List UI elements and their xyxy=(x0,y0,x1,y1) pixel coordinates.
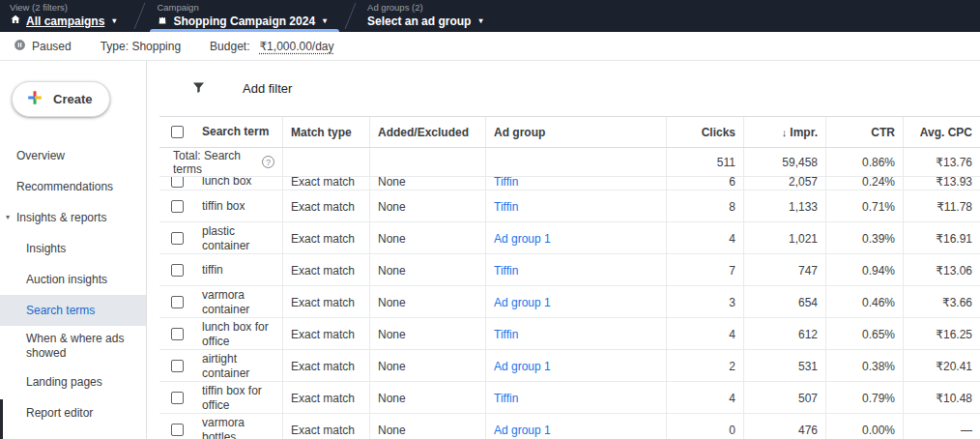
ad-group-link[interactable]: Tiffin xyxy=(494,392,518,405)
chevron-down-icon[interactable]: ▾ xyxy=(323,17,327,25)
breadcrumb-all-campaigns[interactable]: View (2 filters) All campaigns ▾ xyxy=(0,0,131,32)
row-checkbox-cell xyxy=(159,254,194,286)
col-ad-group[interactable]: Ad group xyxy=(486,117,667,147)
col-impressions[interactable]: ↓ Impr. xyxy=(744,117,826,147)
sidebar-item-insights[interactable]: Insights xyxy=(0,233,146,264)
table-row-inner: lunch box for officeExact matchNoneTiffi… xyxy=(159,318,980,350)
breadcrumb: View (2 filters) All campaigns ▾ Campaig… xyxy=(0,0,980,32)
match-type-cell: Exact match xyxy=(283,286,370,318)
create-button[interactable]: Create xyxy=(12,81,110,117)
ad-group-link[interactable]: Tiffin xyxy=(494,264,518,278)
ad-group-cell: Tiffin xyxy=(486,190,667,222)
chevron-down-icon[interactable]: ▾ xyxy=(112,17,116,25)
row-checkbox[interactable] xyxy=(171,177,184,188)
chevron-down-icon[interactable]: ▾ xyxy=(478,17,482,25)
breadcrumb-ad-group[interactable]: Ad groups (2) Select an ad group ▾ xyxy=(358,0,498,32)
total-empty-cell xyxy=(283,148,370,176)
table-row: lunch boxExact matchNoneTiffin62,0570.24… xyxy=(159,177,980,190)
row-checkbox-cell xyxy=(159,414,194,439)
impressions-cell: 1,021 xyxy=(744,222,826,254)
budget-value[interactable]: ₹1,000.00/day xyxy=(259,40,333,53)
ctr-cell: 0.71% xyxy=(826,190,904,222)
ad-group-link[interactable]: Tiffin xyxy=(494,200,518,214)
sidebar-item-insights-reports[interactable]: ▾Insights & reports xyxy=(0,202,146,233)
added-excluded-cell: None xyxy=(370,190,486,222)
row-checkbox[interactable] xyxy=(171,392,184,404)
table-row-inner: airtight containerExact matchNoneAd grou… xyxy=(159,350,980,382)
ctr-cell: 0.24% xyxy=(826,177,904,190)
row-checkbox[interactable] xyxy=(171,424,184,436)
sidebar-item-report-editor[interactable]: Report editor xyxy=(0,397,146,428)
sidebar-item-auction-insights[interactable]: Auction insights xyxy=(0,264,146,295)
added-excluded-cell: None xyxy=(370,414,486,439)
ad-group-link[interactable]: Ad group 1 xyxy=(494,424,551,437)
campaign-status[interactable]: Paused xyxy=(14,39,72,54)
total-ctr: 0.86% xyxy=(826,148,904,176)
row-checkbox[interactable] xyxy=(171,360,184,372)
col-avg-cpc[interactable]: Avg. CPC xyxy=(904,117,980,147)
ctr-cell: 0.46% xyxy=(826,286,904,318)
added-excluded-cell: None xyxy=(370,350,486,382)
ctr-cell: 0.79% xyxy=(826,382,904,414)
col-added-excluded[interactable]: Added/Excluded xyxy=(370,117,486,147)
breadcrumb-value: Select an ad group xyxy=(367,15,471,29)
col-clicks[interactable]: Clicks xyxy=(667,117,744,147)
col-match-type[interactable]: Match type xyxy=(283,117,370,147)
col-search-term[interactable]: Search term xyxy=(194,117,283,147)
search-terms-table: Search term Match type Added/Excluded Ad… xyxy=(159,116,980,439)
ad-group-cell: Ad group 1 xyxy=(486,222,667,254)
row-checkbox[interactable] xyxy=(171,232,184,245)
shopping-bag-icon xyxy=(157,14,168,29)
table-row: tiffin boxExact matchNoneTiffin81,1330.7… xyxy=(159,190,980,222)
added-excluded-cell: None xyxy=(370,382,486,414)
clicks-cell: 0 xyxy=(667,414,744,439)
ad-group-link[interactable]: Ad group 1 xyxy=(494,360,551,373)
row-checkbox[interactable] xyxy=(171,264,184,277)
avg-cpc-cell: ₹16.25 xyxy=(904,318,980,350)
col-ctr[interactable]: CTR xyxy=(826,117,904,147)
search-term-cell: varmora bottles xyxy=(194,414,283,439)
search-term-cell: plastic container xyxy=(194,222,283,254)
match-type-cell: Exact match xyxy=(283,382,370,414)
impressions-cell: 2,057 xyxy=(744,177,826,190)
row-checkbox[interactable] xyxy=(171,200,184,213)
campaign-status-bar: Paused Type: Shopping Budget: ₹1,000.00/… xyxy=(0,32,980,61)
total-empty-cell xyxy=(486,148,667,176)
sidebar-item-overview[interactable]: Overview xyxy=(0,140,146,171)
sidebar-item-search-terms[interactable]: Search terms xyxy=(0,295,146,326)
added-excluded-cell: None xyxy=(370,254,486,286)
impressions-cell: 612 xyxy=(744,318,826,350)
avg-cpc-cell: ₹11.78 xyxy=(904,190,980,222)
search-term-cell: tiffin box for office xyxy=(194,382,283,414)
ad-group-cell: Ad group 1 xyxy=(486,286,667,318)
table-row-inner: tiffin box for officeExact matchNoneTiff… xyxy=(159,382,980,414)
row-checkbox[interactable] xyxy=(171,328,184,340)
select-all-checkbox[interactable] xyxy=(171,126,184,138)
clicks-cell: 7 xyxy=(667,254,744,286)
ad-group-link[interactable]: Ad group 1 xyxy=(494,232,551,246)
ad-group-link[interactable]: Ad group 1 xyxy=(494,296,551,309)
sidebar-scrollbar-thumb[interactable] xyxy=(0,399,3,439)
table-body: lunch boxExact matchNoneTiffin62,0570.24… xyxy=(159,177,980,439)
type-text: Type: Shopping xyxy=(101,40,181,53)
sidebar-item-when-where-ads-showed[interactable]: When & where ads showed xyxy=(0,326,146,366)
sidebar-item-recommendations[interactable]: Recommendations xyxy=(0,171,146,202)
filter-funnel-icon[interactable] xyxy=(190,79,207,99)
clicks-cell: 8 xyxy=(667,190,744,222)
ad-group-link[interactable]: Tiffin xyxy=(494,328,518,341)
impressions-cell: 507 xyxy=(744,382,826,414)
add-filter-button[interactable]: Add filter xyxy=(243,81,292,96)
sidebar-item-landing-pages[interactable]: Landing pages xyxy=(0,366,146,397)
search-term-cell: tiffin xyxy=(194,254,283,286)
help-icon[interactable]: ? xyxy=(262,156,274,168)
ad-group-link[interactable]: Tiffin xyxy=(494,177,518,189)
row-checkbox[interactable] xyxy=(171,296,184,308)
table-row-inner: varmora containerExact matchNoneAd group… xyxy=(159,286,980,318)
header-checkbox-cell xyxy=(159,117,194,147)
added-excluded-cell: None xyxy=(370,318,486,350)
breadcrumb-value: All campaigns xyxy=(26,15,104,29)
total-empty-cell xyxy=(370,148,486,176)
breadcrumb-campaign[interactable]: Campaign Shopping Campaign 2024 ▾ xyxy=(147,0,342,32)
match-type-cell: Exact match xyxy=(283,222,370,254)
sort-descending-icon: ↓ xyxy=(782,127,788,138)
